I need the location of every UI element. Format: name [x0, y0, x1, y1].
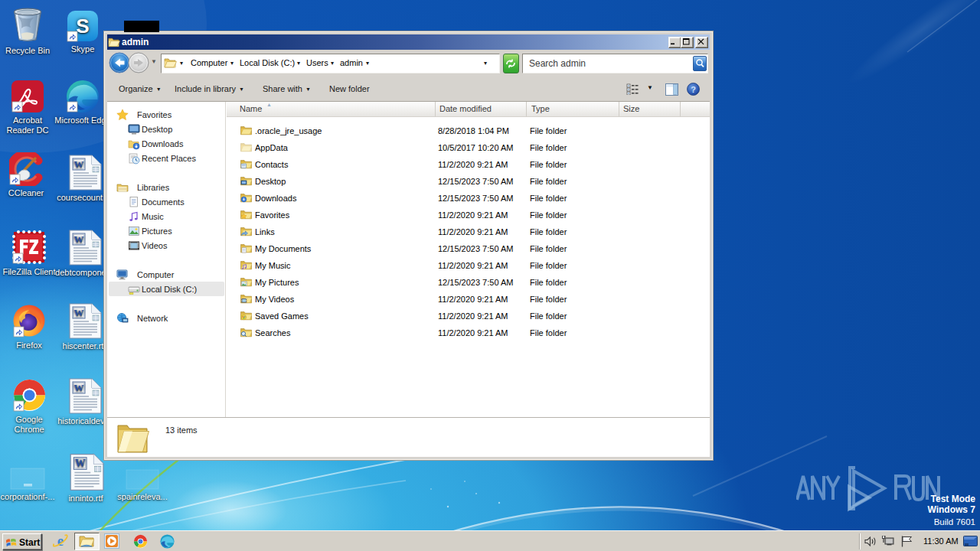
svg-text:e: e	[57, 533, 64, 549]
svg-text:?: ?	[691, 85, 696, 94]
